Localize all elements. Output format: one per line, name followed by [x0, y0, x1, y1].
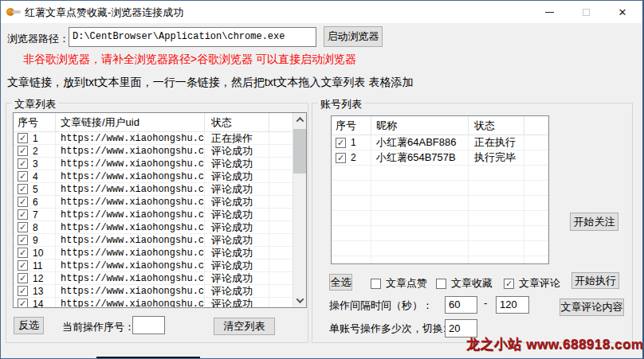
- like-checkbox-box[interactable]: [371, 279, 381, 289]
- comment-checkbox[interactable]: ✓ 文章评论: [504, 276, 560, 291]
- row-checkbox[interactable]: ✓: [18, 146, 28, 156]
- article-list-title: 文章列表: [12, 97, 58, 111]
- account-row-empty: [332, 226, 548, 241]
- app-icon: [6, 7, 21, 17]
- row-checkbox[interactable]: ✓: [18, 248, 28, 258]
- comment-content-button[interactable]: 文章评论内容: [560, 299, 624, 316]
- account-table-body: ✓1小红薯64ABF886正在执行✓2小红薯654B757B执行完毕: [332, 135, 548, 264]
- row-checkbox[interactable]: ✓: [336, 138, 346, 148]
- row-checkbox[interactable]: ✓: [18, 286, 28, 296]
- account-col-num[interactable]: 序号: [332, 116, 371, 135]
- scroll-up-icon[interactable]: [293, 113, 307, 127]
- scrollbar-thumb[interactable]: [293, 129, 307, 174]
- article-row[interactable]: ✓4https://www.xiaohongshu.co...评论成功: [14, 170, 293, 183]
- watermark-text: 龙之小站 www.688918.com: [466, 335, 643, 353]
- comment-checkbox-label: 文章评论: [519, 276, 560, 291]
- like-checkbox-label: 文章点赞: [386, 276, 427, 291]
- favorite-checkbox-label: 文章收藏: [451, 276, 493, 291]
- account-row-empty: [332, 181, 548, 196]
- article-col-status[interactable]: 状态: [205, 113, 269, 131]
- account-table: 序号 昵称 状态 ✓1小红薯64ABF886正在执行✓2小红薯654B757B执…: [331, 115, 549, 264]
- interval-max-input[interactable]: 120: [496, 296, 529, 314]
- row-checkbox[interactable]: ✓: [18, 184, 28, 194]
- maximize-icon: [583, 9, 590, 16]
- article-row[interactable]: ✓2https://www.xiaohongshu.co...评论成功: [14, 145, 293, 158]
- article-row[interactable]: ✓3https://www.xiaohongshu.co...评论成功: [14, 158, 293, 170]
- account-col-nickname[interactable]: 昵称: [371, 116, 469, 135]
- row-checkbox[interactable]: ✓: [18, 209, 28, 220]
- current-op-label: 当前操作序号：: [62, 320, 135, 334]
- invert-selection-button[interactable]: 反选: [14, 317, 44, 334]
- warning-text: 非谷歌浏览器，请补全浏览器路径>谷歌浏览器 可以直接启动浏览器: [23, 53, 356, 67]
- account-row[interactable]: ✓2小红薯654B757B执行完毕: [332, 150, 548, 166]
- article-row[interactable]: ✓10https://www.xiaohongshu.co...评论成功: [14, 247, 293, 259]
- row-checkbox[interactable]: ✓: [18, 133, 28, 143]
- article-row[interactable]: ✓1https://www.xiaohongshu.co...正在操作: [14, 132, 293, 145]
- account-list-title: 账号列表: [318, 97, 364, 111]
- article-row[interactable]: ✓9https://www.xiaohongshu.co...评论成功: [14, 234, 293, 247]
- account-table-header: 序号 昵称 状态: [332, 116, 548, 135]
- article-col-num[interactable]: 序号: [14, 113, 56, 131]
- like-checkbox[interactable]: 文章点赞: [371, 276, 427, 291]
- account-row-empty: [332, 166, 548, 181]
- row-checkbox[interactable]: ✓: [18, 171, 28, 181]
- account-col-status[interactable]: 状态: [469, 116, 524, 135]
- close-button[interactable]: ✕: [604, 1, 641, 23]
- article-row[interactable]: ✓13https://www.xiaohongshu.co...评论成功: [14, 285, 293, 298]
- row-checkbox[interactable]: ✓: [18, 273, 28, 283]
- app-window: 红薯文章点赞收藏-浏览器连接成功 ✕ 浏览器路径： D:\CentBrowser…: [0, 0, 644, 359]
- account-row-empty: [332, 241, 548, 256]
- row-checkbox[interactable]: ✓: [18, 158, 28, 169]
- interval-label: 操作间隔时间（秒）：: [329, 299, 433, 313]
- favorite-checkbox-box[interactable]: [436, 279, 446, 289]
- interval-min-input[interactable]: 60: [445, 296, 477, 314]
- row-checkbox[interactable]: ✓: [18, 260, 28, 271]
- article-row[interactable]: ✓12https://www.xiaohongshu.co...评论成功: [14, 272, 293, 285]
- article-row[interactable]: ✓5https://www.xiaohongshu.co...评论成功: [14, 183, 293, 196]
- select-all-button[interactable]: 全选: [329, 274, 352, 291]
- row-checkbox[interactable]: ✓: [18, 299, 28, 308]
- article-table: 序号 文章链接/用户uid 状态 ✓1https://www.xiaohongs…: [13, 112, 307, 308]
- window-controls: ✕: [531, 1, 641, 23]
- article-row[interactable]: ✓8https://www.xiaohongshu.co...评论成功: [14, 221, 293, 234]
- instruction-text: 文章链接，放到txt文本里面，一行一条链接，然后把txt文本拖入文章列表 表格添…: [7, 76, 413, 90]
- account-row-empty: [332, 196, 548, 211]
- browser-path-input[interactable]: D:\CentBrowser\Application\chrome.exe: [69, 27, 316, 47]
- minimize-button[interactable]: [531, 1, 567, 23]
- window-title: 红薯文章点赞收藏-浏览器连接成功: [25, 6, 183, 20]
- maximize-button: [567, 1, 604, 23]
- start-execute-button[interactable]: 开始执行: [571, 272, 619, 289]
- titlebar: 红薯文章点赞收藏-浏览器连接成功 ✕: [1, 1, 642, 23]
- row-checkbox[interactable]: ✓: [336, 153, 346, 163]
- article-row[interactable]: ✓6https://www.xiaohongshu.co...评论成功: [14, 196, 293, 209]
- row-checkbox[interactable]: ✓: [18, 197, 28, 207]
- scroll-down-icon[interactable]: [293, 294, 307, 307]
- account-row[interactable]: ✓1小红薯64ABF886正在执行: [332, 135, 548, 150]
- launch-browser-button[interactable]: 启动浏览器: [324, 26, 383, 47]
- comment-checkbox-box[interactable]: ✓: [504, 279, 514, 289]
- browser-path-label: 浏览器路径：: [7, 32, 69, 46]
- article-row[interactable]: ✓14https://www.xiaohongshu.co...评论成功: [14, 298, 293, 308]
- switch-label: 单账号操作多少次，切换:: [329, 322, 446, 336]
- interval-dash: -: [484, 297, 487, 309]
- article-table-scrollbar[interactable]: [293, 113, 306, 307]
- account-row-empty: [332, 256, 548, 264]
- start-follow-button[interactable]: 开始关注: [570, 213, 618, 231]
- article-col-link[interactable]: 文章链接/用户uid: [56, 113, 205, 131]
- clear-list-button[interactable]: 清空列表: [214, 318, 275, 335]
- account-row-empty: [332, 211, 548, 226]
- article-row[interactable]: ✓11https://www.xiaohongshu.co...评论成功: [14, 259, 293, 272]
- row-checkbox[interactable]: ✓: [18, 235, 28, 245]
- favorite-checkbox[interactable]: 文章收藏: [436, 276, 493, 291]
- article-table-body: ✓1https://www.xiaohongshu.co...正在操作✓2htt…: [14, 132, 293, 308]
- close-icon: ✕: [618, 7, 627, 18]
- current-op-input[interactable]: [132, 316, 165, 334]
- minimize-icon: [545, 12, 554, 13]
- article-table-header: 序号 文章链接/用户uid 状态: [14, 113, 293, 132]
- row-checkbox[interactable]: ✓: [18, 222, 28, 232]
- article-row[interactable]: ✓7https://www.xiaohongshu.co...评论成功: [14, 209, 293, 221]
